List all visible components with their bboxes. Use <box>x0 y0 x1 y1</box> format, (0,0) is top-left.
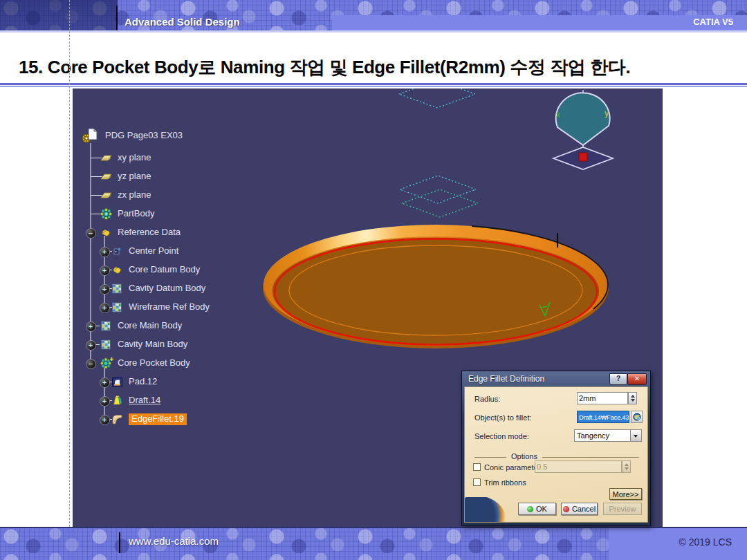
body-icon <box>100 227 116 242</box>
expand-handle-core-main-body[interactable]: + <box>86 321 96 332</box>
plane-icon <box>100 171 116 186</box>
cancel-button[interactable]: Cancel <box>561 503 598 515</box>
tree-item-pdg-page03-ex03[interactable]: PDG Page03 EX03 <box>105 130 183 142</box>
slide-footer: www.edu-catia.com © 2019 LCS <box>0 527 747 560</box>
tree-item-cavity-main-body[interactable]: Cavity Main Body <box>118 339 187 351</box>
radius-spinner[interactable] <box>628 392 637 404</box>
conic-parameter-spinner <box>622 460 631 473</box>
tree-item-partbody[interactable]: PartBody <box>118 208 154 220</box>
dialog-close-button[interactable]: ✕ <box>627 373 647 385</box>
options-separator <box>474 457 639 458</box>
radius-label: Radius: <box>474 395 500 403</box>
tree-item-draft-14[interactable]: Draft.14 <box>129 395 160 407</box>
tree-item-core-main-body[interactable]: Core Main Body <box>118 320 182 332</box>
multi-selection-icon[interactable] <box>631 411 643 423</box>
dropdown-arrow-icon[interactable] <box>630 430 641 441</box>
dialog-corner-decoration <box>465 497 509 522</box>
hybrid-body-icon <box>111 301 127 317</box>
tree-item-xy-plane[interactable]: xy plane <box>118 152 151 164</box>
selection-mode-value: Tangency <box>577 431 609 440</box>
draft-icon <box>111 395 127 410</box>
object-to-fillet-field[interactable]: Draft.14₩Face.43 <box>577 411 629 423</box>
hybrid-body-icon <box>100 320 116 335</box>
tree-item-zx-plane[interactable]: zx plane <box>118 189 151 201</box>
expand-handle-pad-12[interactable]: + <box>100 377 110 388</box>
ok-icon <box>527 506 533 512</box>
hybrid-body-icon <box>111 283 127 298</box>
expand-handle-edgefillet-19[interactable]: + <box>100 415 110 425</box>
tree-item-edgefillet-19[interactable]: EdgeFillet.19 <box>129 413 187 425</box>
expand-handle-cavity-datum-body[interactable]: + <box>100 284 110 295</box>
conic-parameter-label: Conic parameter: <box>484 463 542 472</box>
selection-mode-dropdown[interactable]: Tangency <box>574 429 642 442</box>
part-document-icon <box>82 128 97 143</box>
cancel-icon <box>563 506 569 512</box>
dialog-title: Edge Fillet Definition <box>468 374 544 384</box>
trim-ribbons-label: Trim ribbons <box>484 478 526 487</box>
footer-site-link[interactable]: www.edu-catia.com <box>129 535 219 547</box>
preview-button: Preview <box>603 503 642 515</box>
fillet-icon <box>111 413 127 429</box>
tree-item-yz-plane[interactable]: yz plane <box>118 171 151 183</box>
footer-divider <box>119 532 120 553</box>
footer-copyright: © 2019 LCS <box>679 536 732 548</box>
dialog-body: Radius: Object(s) to fillet: Draft.14₩Fa… <box>464 386 648 523</box>
expand-handle-wireframe-ref-body[interactable]: + <box>100 303 110 313</box>
tree-item-core-datum-body[interactable]: Core Datum Body <box>129 264 200 276</box>
hybrid-body-icon <box>100 339 116 354</box>
more-button[interactable]: More>> <box>609 488 642 500</box>
tree-item-pad-12[interactable]: Pad.12 <box>129 376 157 388</box>
tree-item-core-pocket-body[interactable]: Core Pocket Body <box>118 357 190 369</box>
plane-icon <box>100 152 116 167</box>
plane-icon <box>100 189 116 205</box>
spinner-up-icon[interactable] <box>631 395 635 398</box>
dialog-titlebar[interactable]: Edge Fillet Definition ? ✕ <box>462 371 650 386</box>
ok-button[interactable]: OK <box>518 503 556 515</box>
expand-handle-core-datum-body[interactable]: + <box>100 265 110 276</box>
options-group-label: Options <box>506 452 542 460</box>
object-to-fillet-label: Object(s) to fillet: <box>474 413 532 422</box>
point-icon <box>111 245 127 261</box>
tree-item-cavity-datum-body[interactable]: Cavity Datum Body <box>129 283 205 295</box>
selection-mode-label: Selection mode: <box>474 432 529 440</box>
spinner-down-icon[interactable] <box>631 399 635 402</box>
trim-ribbons-checkbox[interactable] <box>473 478 481 486</box>
expand-handle-cavity-main-body[interactable]: + <box>86 340 96 351</box>
pad-icon <box>111 376 127 391</box>
pocket-body-icon <box>100 357 116 373</box>
collapse-handle-reference-data[interactable]: − <box>86 228 96 239</box>
dialog-help-button[interactable]: ? <box>609 373 627 385</box>
conic-parameter-checkbox[interactable] <box>473 463 481 471</box>
body-icon <box>111 264 127 279</box>
expand-handle-center-point[interactable]: + <box>100 247 110 257</box>
partbody-icon <box>100 208 116 223</box>
expand-handle-draft-14[interactable]: + <box>100 396 110 407</box>
tree-item-wireframe-ref-body[interactable]: Wireframe Ref Body <box>129 301 210 313</box>
tree-item-center-point[interactable]: Center Point <box>129 245 178 257</box>
collapse-handle-core-pocket-body[interactable]: − <box>86 359 96 369</box>
radius-input[interactable] <box>577 392 628 404</box>
conic-parameter-input <box>535 460 622 473</box>
edge-fillet-dialog: Edge Fillet Definition ? ✕ Radius: Objec… <box>461 371 651 526</box>
tree-item-reference-data[interactable]: Reference Data <box>118 227 181 239</box>
